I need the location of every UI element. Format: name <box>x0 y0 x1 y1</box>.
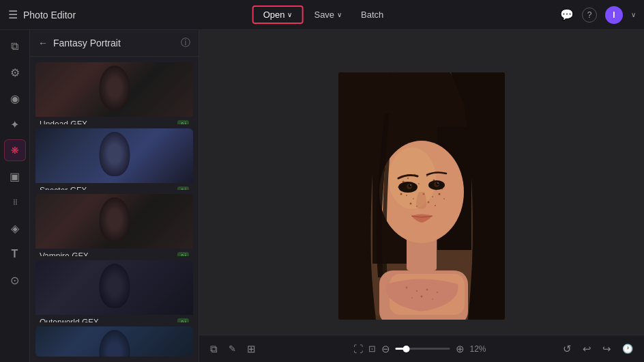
effects-list: Undead GFX Ai Specter GFX Ai Vampire GFX… <box>30 57 199 362</box>
panel-back-button[interactable]: ← <box>38 38 48 48</box>
sidebar-icon-fantasy[interactable]: ❋ <box>4 139 26 161</box>
svg-point-23 <box>413 198 414 199</box>
save-button[interactable]: Save ∨ <box>306 7 350 23</box>
canvas-area: ⧉ ✎ ⊞ ⛶ ⊡ ⊖ ⊕ 12% ↺ ↩ ↪ 🕐 <box>199 30 644 362</box>
effect-thumb-extra <box>35 326 193 357</box>
effect-thumb-undead <box>35 62 193 117</box>
svg-point-44 <box>426 289 428 291</box>
effect-label-outerworld: Outerworld GFX <box>40 318 99 322</box>
effect-thumb-specter <box>35 128 193 183</box>
ai-badge-specter: Ai <box>177 186 189 191</box>
panel-info-icon[interactable]: ⓘ <box>181 37 190 49</box>
svg-point-11 <box>426 176 428 177</box>
sidebar-icon-frames[interactable]: ▣ <box>4 165 26 187</box>
effect-item-outerworld[interactable]: Outerworld GFX Ai <box>35 260 193 322</box>
undo-icon[interactable]: ↩ <box>580 340 594 358</box>
header-right: 💬 ? I ∨ <box>560 6 636 24</box>
svg-point-46 <box>411 297 413 298</box>
effect-item-extra[interactable] <box>35 326 193 357</box>
svg-point-21 <box>406 195 407 196</box>
crop-toolbar-icon[interactable]: ✎ <box>226 341 239 357</box>
svg-point-28 <box>410 203 412 205</box>
chat-icon[interactable]: 💬 <box>560 8 574 21</box>
effect-label-row-undead: Undead GFX Ai <box>35 117 193 124</box>
zoom-slider[interactable] <box>396 348 450 350</box>
sidebar-icon-mask[interactable]: ⊙ <box>4 269 26 291</box>
toolbar-center: ⛶ ⊡ ⊖ ⊕ 12% <box>353 343 491 355</box>
ai-badge-undead: Ai <box>177 120 189 124</box>
ai-badge-outerworld: Ai <box>177 318 189 322</box>
svg-point-22 <box>400 193 402 195</box>
fit-icon[interactable]: ⊡ <box>368 344 376 354</box>
batch-button[interactable]: Batch <box>353 7 392 23</box>
toolbar-left: ⧉ ✎ ⊞ <box>207 340 259 358</box>
sidebar-icon-layers[interactable]: ⧉ <box>4 36 26 57</box>
effect-label-row-vampire: Vampire GFX Ai <box>35 249 193 256</box>
svg-point-30 <box>428 201 430 204</box>
icon-sidebar: ⧉ ⚙ ◉ ✦ ❋ ▣ ⁞⁞ ◈ T ⊙ <box>0 30 30 362</box>
zoom-in-icon[interactable]: ⊕ <box>456 343 465 355</box>
help-icon[interactable]: ? <box>582 8 597 23</box>
svg-point-42 <box>406 287 408 289</box>
effect-item-vampire[interactable]: Vampire GFX Ai <box>35 194 193 256</box>
ai-badge-vampire: Ai <box>177 252 189 256</box>
effect-label-row-specter: Specter GFX Ai <box>35 183 193 191</box>
history-icon[interactable]: 🕐 <box>619 341 636 357</box>
svg-point-17 <box>418 183 420 184</box>
layers-toolbar-icon[interactable]: ⧉ <box>207 340 220 358</box>
svg-point-39 <box>437 182 439 184</box>
canvas-image <box>338 72 505 320</box>
open-button[interactable]: Open ∨ <box>252 5 304 24</box>
sidebar-icon-shapes[interactable]: ◈ <box>4 217 26 239</box>
svg-point-25 <box>432 196 433 197</box>
svg-point-31 <box>435 205 436 206</box>
main: ⧉ ⚙ ◉ ✦ ❋ ▣ ⁞⁞ ◈ T ⊙ ← Fantasy Portrait … <box>0 30 644 362</box>
panel-title: Fantasy Portrait <box>53 38 175 48</box>
header-center: Open ∨ Save ∨ Batch <box>252 5 392 24</box>
effect-label-undead: Undead GFX <box>40 120 87 124</box>
effect-thumb-outerworld <box>35 260 193 315</box>
sidebar-icon-adjustments[interactable]: ⚙ <box>4 61 26 83</box>
sidebar-icon-text[interactable]: T <box>4 243 26 265</box>
sidebar-icon-view[interactable]: ◉ <box>4 87 26 109</box>
effect-item-specter[interactable]: Specter GFX Ai <box>35 128 193 191</box>
effects-panel: ← Fantasy Portrait ⓘ Undead GFX Ai Spect… <box>30 30 199 362</box>
grid-toolbar-icon[interactable]: ⊞ <box>244 340 259 358</box>
bottom-toolbar: ⧉ ✎ ⊞ ⛶ ⊡ ⊖ ⊕ 12% ↺ ↩ ↪ 🕐 <box>199 335 644 362</box>
sidebar-icon-effects[interactable]: ✦ <box>4 113 26 135</box>
open-chevron-icon: ∨ <box>287 11 292 18</box>
svg-point-47 <box>421 296 423 298</box>
svg-point-48 <box>432 298 433 300</box>
toolbar-right: ↺ ↩ ↪ 🕐 <box>560 340 636 358</box>
zoom-out-icon[interactable]: ⊖ <box>381 343 390 355</box>
effect-label-vampire: Vampire GFX <box>40 251 89 256</box>
zoom-slider-thumb <box>403 346 410 352</box>
effect-label-specter: Specter GFX <box>40 186 87 191</box>
svg-point-9 <box>407 178 409 179</box>
effect-label-row-outerworld: Outerworld GFX Ai <box>35 315 193 322</box>
redo-icon[interactable]: ↪ <box>600 340 614 358</box>
save-chevron-icon: ∨ <box>337 11 342 18</box>
effect-thumb-vampire <box>35 194 193 249</box>
svg-point-7 <box>388 148 436 209</box>
svg-point-26 <box>439 193 441 195</box>
effect-item-undead[interactable]: Undead GFX Ai <box>35 62 193 124</box>
svg-point-45 <box>437 292 438 293</box>
svg-point-43 <box>416 290 418 292</box>
app-title: Photo Editor <box>23 10 76 20</box>
panel-header: ← Fantasy Portrait ⓘ <box>30 30 199 57</box>
avatar[interactable]: I <box>605 6 623 24</box>
avatar-chevron-icon[interactable]: ∨ <box>631 11 636 18</box>
menu-icon[interactable]: ☰ <box>8 8 18 21</box>
header: ☰ Photo Editor Open ∨ Save ∨ Batch 💬 ? I… <box>0 0 644 30</box>
fullscreen-icon[interactable]: ⛶ <box>353 344 363 354</box>
zoom-value: 12% <box>470 344 491 354</box>
svg-point-27 <box>443 198 445 199</box>
sidebar-icon-objects[interactable]: ⁞⁞ <box>4 191 26 213</box>
refresh-icon[interactable]: ↺ <box>560 340 574 358</box>
svg-point-38 <box>410 184 411 186</box>
